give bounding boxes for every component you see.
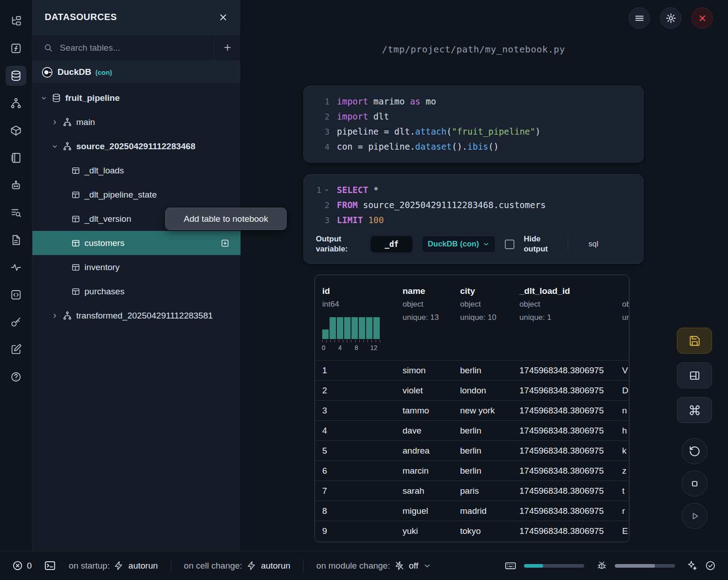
rail-file-explorer-button[interactable] (5, 11, 26, 31)
table-row[interactable]: 1simonberlin1745968348.3806975V (315, 360, 629, 380)
ai-assist-button[interactable] (686, 560, 697, 571)
panel-title: DATASOURCES (45, 12, 117, 22)
chevron-right-icon[interactable] (51, 119, 58, 126)
table-row[interactable]: 8miguelmadrid1745968348.3806975r (315, 501, 629, 521)
table-row[interactable]: 3tammonew york1745968348.3806975n (315, 400, 629, 420)
column-header-overflow[interactable]: object unique: (615, 275, 629, 360)
rail-ai-button[interactable] (5, 175, 26, 195)
engine-duckdb[interactable]: DuckDB (con) (32, 61, 241, 83)
all-cells-ran-button[interactable] (705, 560, 716, 571)
rail-functions-button[interactable] (5, 38, 26, 58)
database-icon (10, 70, 22, 82)
error-indicator[interactable]: 0 (12, 560, 32, 571)
tree-item-transformed-schema[interactable]: transformed_202504291112283581 (32, 303, 241, 328)
tree-item-label: _dlt_pipeline_state (84, 190, 157, 200)
column-name: city (460, 286, 512, 296)
table-cell: 2 (315, 386, 395, 396)
table-row[interactable]: 2violetlondon1745968348.3806975D (315, 380, 629, 400)
column-header-city[interactable]: city object unique: 10 (453, 275, 512, 360)
column-header-id[interactable]: id int64 0 4 8 12 (315, 275, 395, 360)
histogram-bar (330, 317, 336, 339)
output-variable-input[interactable] (371, 236, 413, 252)
table-row[interactable]: 5andreaberlin1745968348.3806975k (315, 440, 629, 460)
histogram-bar (359, 317, 365, 339)
save-button[interactable] (677, 328, 712, 354)
tree-item-dlt-pipeline-state[interactable]: _dlt_pipeline_state (32, 183, 241, 207)
column-stat: unique: 1 (519, 313, 615, 322)
add-datasource-button[interactable]: + (214, 35, 241, 61)
plus-square-icon (220, 239, 230, 248)
tree-item-inventory[interactable]: inventory (32, 255, 241, 279)
rail-snippets-button[interactable] (5, 285, 26, 305)
chevron-right-icon[interactable] (51, 312, 58, 319)
tree-item-fruit-pipeline[interactable]: fruit_pipeline (32, 86, 241, 110)
table-cell: madrid (453, 506, 512, 516)
table-cell: 8 (315, 506, 395, 516)
notebook-icon (10, 152, 22, 164)
keyboard-size-slider[interactable] (524, 564, 584, 568)
stop-button[interactable] (681, 470, 707, 496)
tree-item-customers[interactable]: customers (32, 231, 241, 255)
table-cell: D (615, 386, 629, 396)
table-body: 1simonberlin1745968348.3806975V2violetlo… (315, 360, 629, 541)
table-icon (71, 214, 80, 224)
column-header-dlt-load-id[interactable]: _dlt_load_id object unique: 1 (512, 275, 615, 360)
startup-label: on startup: (69, 561, 110, 571)
module-change-config[interactable]: on module change: off (316, 561, 431, 571)
search-row: + (32, 35, 241, 61)
table-row[interactable]: 7sarahparis1745968348.3806975t (315, 481, 629, 501)
keyboard-shortcuts-button[interactable] (677, 397, 712, 423)
notebook-area: /tmp/project/path/my_notebook.py 1 2 3 4… (241, 0, 728, 551)
table-row[interactable]: 4daveberlin1745968348.3806975h (315, 420, 629, 440)
rail-packages-button[interactable] (5, 120, 26, 141)
startup-autorun-config[interactable]: on startup: autorun (69, 561, 158, 571)
hide-output-checkbox[interactable] (505, 240, 514, 249)
rail-datasources-button[interactable] (5, 66, 26, 86)
column-header-name[interactable]: name object unique: 13 (395, 275, 453, 360)
engine-select-dropdown[interactable]: DuckDB (con) (422, 235, 496, 253)
tree-item-purchases[interactable]: purchases (32, 279, 241, 303)
rail-dependencies-button[interactable] (5, 93, 26, 113)
search-tables-input[interactable] (60, 43, 214, 53)
gear-icon (665, 13, 676, 24)
fold-chevron-icon[interactable] (324, 187, 330, 193)
histogram-bar (344, 317, 351, 339)
table-row[interactable]: 6marcinberlin1745968348.3806975z (315, 460, 629, 481)
document-icon (10, 234, 22, 246)
table-cell: berlin (453, 366, 512, 376)
run-button[interactable] (681, 503, 707, 529)
cell-change-autorun-config[interactable]: on cell change: autorun (184, 561, 290, 571)
debug-size-slider[interactable] (615, 564, 675, 568)
rail-logs-button[interactable] (5, 203, 26, 223)
tree-item-source-schema[interactable]: source_202504291112283468 (32, 134, 241, 158)
notebook-filename: /tmp/project/path/my_notebook.py (304, 44, 644, 55)
terminal-button[interactable] (44, 559, 56, 572)
rerun-button[interactable] (681, 438, 707, 464)
table-row[interactable]: 9yukitokyo1745968348.3806975E (315, 521, 629, 541)
histogram-bar (373, 317, 380, 339)
settings-button[interactable] (660, 7, 681, 29)
output-variable-label: Output variable: (316, 234, 361, 254)
rail-notebook-button[interactable] (5, 148, 26, 168)
rail-documentation-button[interactable] (5, 230, 26, 250)
chevron-down-icon (423, 562, 431, 570)
sql-code-editor[interactable]: SELECT *FROM source_202504291112283468.c… (337, 183, 546, 228)
layout-button[interactable] (677, 362, 712, 388)
chevron-down-icon[interactable] (40, 94, 47, 102)
python-code-editor[interactable]: import marimo as moimport dltpipeline = … (337, 94, 540, 154)
rail-tracing-button[interactable] (5, 257, 26, 277)
add-table-to-notebook-button[interactable] (220, 239, 230, 248)
menu-button[interactable] (628, 7, 650, 29)
table-header: id int64 0 4 8 12 (315, 275, 629, 360)
table-cell: sarah (395, 486, 453, 496)
rail-secrets-button[interactable] (5, 312, 26, 332)
tree-item-dlt-loads[interactable]: _dlt_loads (32, 158, 241, 183)
chevron-down-icon[interactable] (51, 143, 58, 150)
shutdown-button[interactable] (691, 7, 713, 29)
tree-item-label: _dlt_loads (84, 166, 124, 176)
rail-scratchpad-button[interactable] (5, 340, 26, 360)
tree-item-main[interactable]: main (32, 110, 241, 134)
close-panel-button[interactable] (218, 12, 228, 22)
rail-help-button[interactable] (5, 367, 26, 387)
divider (171, 559, 171, 573)
